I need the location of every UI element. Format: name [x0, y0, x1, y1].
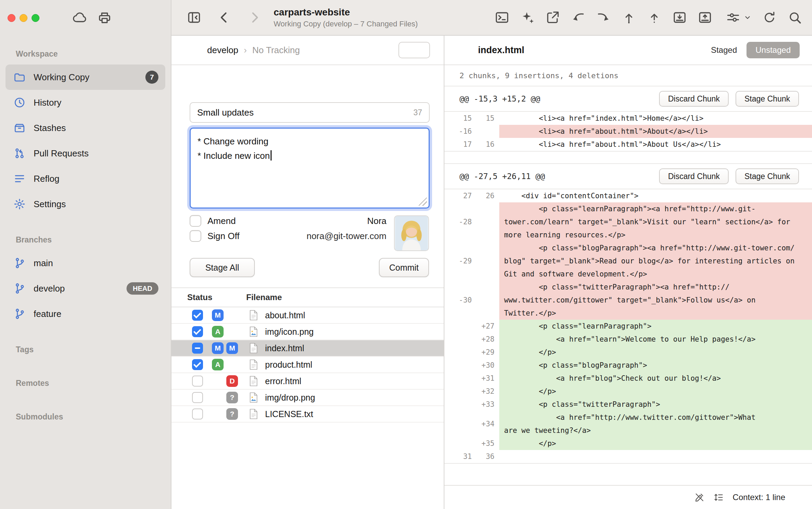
- subject-char-counter: 37: [413, 108, 422, 117]
- chevron-right-icon[interactable]: [247, 10, 262, 25]
- sidebar-item-stashes[interactable]: Stashes: [5, 115, 165, 141]
- commit-button[interactable]: Commit: [379, 258, 429, 277]
- line-spacing-icon[interactable]: [714, 492, 724, 502]
- author-avatar[interactable]: [394, 215, 429, 251]
- cherry-pick-icon[interactable]: [621, 10, 636, 25]
- stage-all-button[interactable]: Stage All: [190, 258, 255, 277]
- staged-status-slot: [212, 375, 224, 387]
- devices-icon[interactable]: [97, 10, 112, 25]
- diff-line[interactable]: 1515 <li><a href="index.html">Home</a></…: [444, 112, 812, 125]
- diff-line[interactable]: +28 <a href="learn">Welcome to our Help …: [444, 333, 812, 346]
- file-stage-checkbox[interactable]: [192, 310, 203, 321]
- branch-icon: [13, 257, 26, 270]
- file-stage-checkbox[interactable]: [192, 376, 203, 387]
- diff-line[interactable]: +32 </p>: [444, 385, 812, 398]
- new-line-number: 26: [477, 189, 499, 202]
- pull-icon[interactable]: [571, 10, 586, 25]
- diff-line[interactable]: 3136: [444, 450, 812, 463]
- sidebar-item-working-copy[interactable]: Working Copy7: [5, 64, 165, 90]
- zoom-button[interactable]: [32, 14, 39, 22]
- diff-header: index.html Staged Unstaged: [444, 36, 812, 65]
- diff-line[interactable]: -29 <p class="blogParagraph"><a href="ht…: [444, 241, 812, 281]
- diff-line[interactable]: +35 </p>: [444, 437, 812, 450]
- commit-message-line: * Change wording: [198, 134, 422, 149]
- diff-line[interactable]: -16 <li><a href="about.html">About</a></…: [444, 125, 812, 138]
- amend-checkbox[interactable]: [190, 215, 201, 227]
- cloud-icon[interactable]: [72, 10, 87, 25]
- force-push-icon[interactable]: [647, 10, 662, 25]
- file-row[interactable]: Aproduct.html: [171, 357, 444, 373]
- diff-line[interactable]: -28 <p class="learnParagraph"><a href="h…: [444, 202, 812, 241]
- repositories-icon[interactable]: [187, 10, 202, 25]
- unstaged-segment-button[interactable]: Unstaged: [747, 42, 800, 58]
- close-button[interactable]: [8, 14, 15, 22]
- add-menu-chevron-down-icon[interactable]: [25, 495, 32, 503]
- commit-message-textarea[interactable]: * Change wording* Include new icon: [190, 128, 430, 209]
- diff-line[interactable]: 2726 <div id="contentContainer">: [444, 189, 812, 202]
- file-stage-checkbox[interactable]: [192, 392, 203, 403]
- file-row[interactable]: Aimg/icon.png: [171, 324, 444, 340]
- sign-off-checkbox[interactable]: [190, 230, 201, 242]
- unstaged-status-slot: ?: [226, 408, 238, 420]
- avatar-image: [395, 216, 428, 250]
- file-doc-icon: [249, 343, 258, 354]
- diff-code: <p class="blogParagraph">: [499, 359, 812, 372]
- open-external-icon[interactable]: [545, 10, 560, 25]
- stash-icon[interactable]: [672, 10, 687, 25]
- file-row[interactable]: Mabout.html: [171, 307, 444, 324]
- file-row[interactable]: Derror.html: [171, 373, 444, 390]
- sidebar-item-develop[interactable]: developHEAD: [5, 276, 165, 301]
- new-line-number: 36: [477, 450, 499, 463]
- sidebar-item-pull-requests[interactable]: Pull Requests: [5, 141, 165, 166]
- staged-segment-button[interactable]: Staged: [703, 42, 744, 58]
- sidebar-item-feature[interactable]: feature: [5, 301, 165, 327]
- filename-column-header[interactable]: Filename: [246, 288, 282, 307]
- minimize-button[interactable]: [20, 14, 27, 22]
- commit-subject-input[interactable]: Small updates 37: [190, 102, 430, 123]
- stage-chunk-button[interactable]: Stage Chunk: [736, 91, 799, 107]
- terminal-icon[interactable]: [494, 10, 510, 25]
- diff-line[interactable]: +29 </p>: [444, 346, 812, 359]
- diff-line[interactable]: 1716 <li><a href="about.html">About Us</…: [444, 138, 812, 151]
- new-line-number: [477, 125, 499, 138]
- sidebar-item-settings[interactable]: Settings: [5, 191, 165, 217]
- file-row[interactable]: ?img/drop.png: [171, 390, 444, 406]
- chevron-down-icon[interactable]: [743, 13, 752, 22]
- push-icon[interactable]: [596, 10, 611, 25]
- view-options-icon[interactable]: [726, 10, 741, 25]
- view-mode-button[interactable]: [398, 42, 430, 58]
- search-icon[interactable]: [787, 10, 802, 25]
- file-row[interactable]: ?LICENSE.txt: [171, 406, 444, 423]
- diff-line[interactable]: +34 <a href="http://www.twitter.com/gitt…: [444, 411, 812, 437]
- file-stage-checkbox[interactable]: [192, 409, 203, 419]
- chevron-left-icon[interactable]: [217, 10, 232, 25]
- diff-line[interactable]: +31 <a href="blog">Check out our blog!</…: [444, 372, 812, 385]
- diff-line[interactable]: +27 <p class="learnParagraph">: [444, 320, 812, 333]
- discard-chunk-button[interactable]: Discard Chunk: [659, 168, 729, 184]
- file-stage-checkbox[interactable]: [192, 326, 203, 337]
- current-branch[interactable]: develop: [207, 45, 238, 56]
- old-line-number: [444, 411, 477, 437]
- file-row[interactable]: MMindex.html: [171, 340, 444, 357]
- context-stepper[interactable]: [794, 492, 802, 503]
- unstaged-status-slot: [226, 359, 238, 370]
- sidebar-item-history[interactable]: History: [5, 90, 165, 115]
- diff-line[interactable]: -30 <p class="twitterParagraph"><a href=…: [444, 281, 812, 320]
- commit-message-line: * Include new icon: [198, 149, 422, 163]
- diff-line[interactable]: +30 <p class="blogParagraph">: [444, 359, 812, 372]
- diff-code: <a href="blog">Check out our blog!</a>: [499, 372, 812, 385]
- add-repository-button plus-circle-icon[interactable]: [9, 493, 21, 505]
- diff-line[interactable]: +33 <p class="twitterParagraph">: [444, 398, 812, 411]
- pop-stash-icon[interactable]: [697, 10, 713, 25]
- file-stage-checkbox[interactable]: [192, 359, 203, 370]
- sidebar-item-main[interactable]: main: [5, 250, 165, 276]
- quick-actions-icon[interactable]: [520, 10, 535, 25]
- branch-icon: [189, 44, 201, 56]
- status-column-header[interactable]: Status: [187, 288, 222, 307]
- file-stage-checkbox[interactable]: [192, 343, 203, 354]
- discard-chunk-button[interactable]: Discard Chunk: [659, 91, 729, 107]
- refresh-icon[interactable]: [762, 10, 777, 25]
- sidebar-item-reflog[interactable]: Reflog: [5, 166, 165, 191]
- stage-chunk-button[interactable]: Stage Chunk: [736, 168, 799, 184]
- pencil-slash-icon[interactable]: [694, 492, 705, 502]
